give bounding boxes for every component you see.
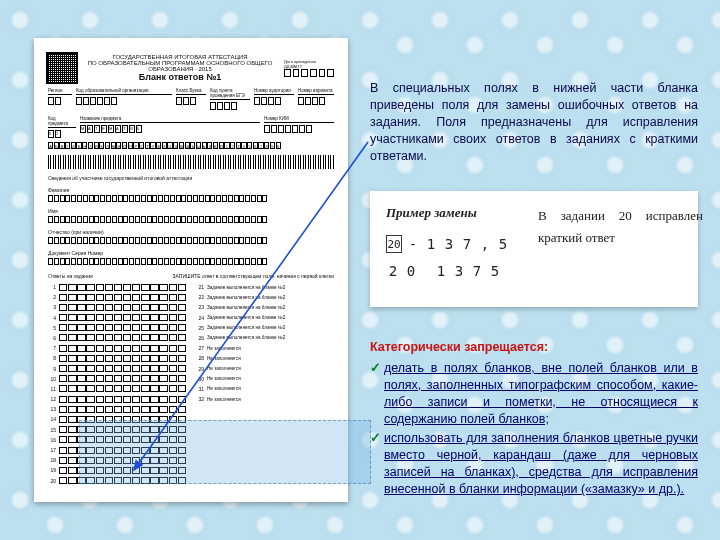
answer-row: 7: [48, 344, 186, 352]
answer-row: 5: [48, 324, 186, 332]
lbl-var: Номер варианта: [298, 88, 334, 95]
answer-row: 6: [48, 334, 186, 342]
lbl-region: Регион: [48, 88, 72, 95]
ex-word: задании: [561, 205, 605, 227]
prohibit-item: делать в полях бланков, вне полей бланко…: [370, 360, 698, 428]
lbl-org: Код образовательной организации: [76, 88, 172, 95]
answer-row: 25Задание выполняется на бланке №2: [196, 324, 334, 332]
lbl-aud: Номер аудитории: [254, 88, 294, 95]
alphabet-sample: АБВГДЕЖЗИКЛМНОПРСТУФХЦЧШЩЪЫЬЭЮЯ123456789…: [48, 142, 334, 149]
example-panel: Пример замены 20 -137,5 20 1375 В задани…: [370, 191, 698, 307]
prohibit-heading: Категорически запрещается:: [370, 339, 698, 356]
answer-row: 22Задание выполняется на бланке №2: [196, 293, 334, 301]
form-header-sub: ПО ОБРАЗОВАТЕЛЬНЫМ ПРОГРАММАМ ОСНОВНОГО …: [82, 60, 278, 72]
ex-word: В: [538, 205, 547, 227]
ex-word: исправлен: [646, 205, 703, 227]
personal-header: Сведения об участнике государственной ит…: [48, 175, 334, 181]
example-task-number: 20: [386, 235, 402, 253]
answer-row: 21Задание выполняется на бланке №2: [196, 283, 334, 291]
prohibit-block: Категорически запрещается: делать в поля…: [370, 339, 698, 498]
answer-row: 32Не заполняется: [196, 395, 334, 403]
answer-row: 29Не заполняется: [196, 365, 334, 373]
date-label: Дата проведения ДД.ММ.ГГ: [284, 59, 334, 69]
form-title: Бланк ответов №1: [82, 72, 278, 82]
answer-row: 10: [48, 375, 186, 383]
answer-row: 13: [48, 405, 186, 413]
answer-row: 1: [48, 283, 186, 291]
answer-row: 11: [48, 385, 186, 393]
lbl-doc: Документ Серия Номер: [48, 250, 334, 256]
answer-row: 24Задание выполняется на бланке №2: [196, 314, 334, 322]
qr-code-icon: [48, 54, 76, 82]
answer-form: ГОСУДАРСТВЕННАЯ ИТОГОВАЯ АТТЕСТАЦИЯ ПО О…: [34, 38, 348, 502]
answer-row: 31Не заполняется: [196, 385, 334, 393]
barcode-icon: [48, 155, 334, 169]
answer-row: 26Задание выполняется на бланке №2: [196, 334, 334, 342]
lbl-surname: Фамилия: [48, 187, 334, 193]
slide-root: ГОСУДАРСТВЕННАЯ ИТОГОВАЯ АТТЕСТАЦИЯ ПО О…: [0, 0, 720, 540]
replacement-area-highlight: [79, 420, 371, 484]
answer-row: 9: [48, 365, 186, 373]
answer-row: 23Задание выполняется на бланке №2: [196, 303, 334, 311]
lbl-class: Класс Буква: [176, 88, 206, 95]
answers-header: Ответы на задания: [48, 273, 93, 279]
answer-row: 8: [48, 354, 186, 362]
right-column: В специальных полях в нижней части бланк…: [370, 80, 698, 500]
lbl-ppe: Код пункта проведения ЕГЭ: [210, 88, 250, 100]
example-title: Пример замены: [386, 205, 516, 221]
ex-line2: краткий ответ: [538, 227, 703, 249]
answer-row: 27Не заполняется: [196, 344, 334, 352]
answers-hint: ЗАПИШИТЕ ответ в соответствующем поле, н…: [173, 273, 334, 279]
ex-word: 20: [619, 205, 632, 227]
lbl-patr: Отчество (при наличии): [48, 229, 334, 235]
answer-row: 2: [48, 293, 186, 301]
answer-row: 3: [48, 303, 186, 311]
lbl-subjcode: Код предмета: [48, 116, 76, 128]
answer-row: 12: [48, 395, 186, 403]
lbl-name: Имя: [48, 208, 334, 214]
answer-row: 28Не заполняется: [196, 354, 334, 362]
answer-row: 4: [48, 314, 186, 322]
answer-row: 30Не заполняется: [196, 375, 334, 383]
prohibit-item: использовать для заполнения бланков цвет…: [370, 430, 698, 498]
lbl-kim: Номер КИМ: [264, 116, 334, 123]
lbl-subjname: Название предмета: [80, 116, 260, 123]
explanation-paragraph: В специальных полях в нижней части бланк…: [370, 80, 698, 165]
